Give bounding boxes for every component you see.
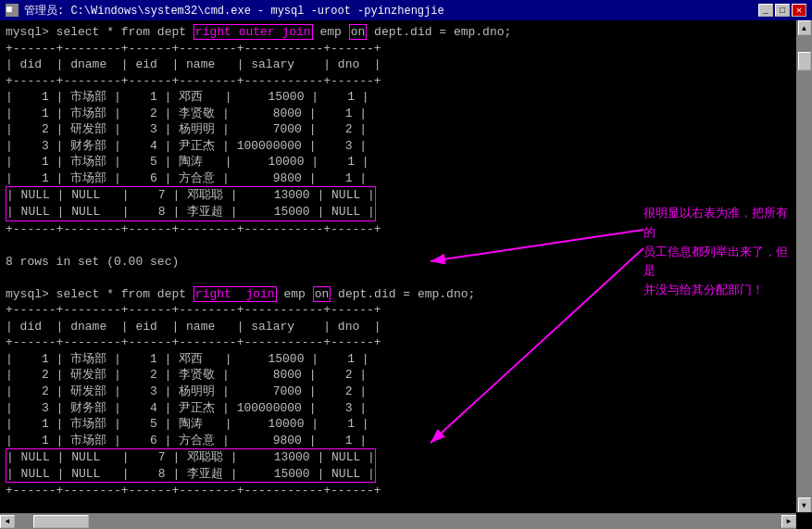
null-row-3: | NULL | NULL | 7 | 邓聪聪 | 13000 | NULL | bbox=[6, 449, 375, 466]
table-header-2: | did | dname | eid | name | salary | dn… bbox=[6, 319, 806, 335]
null-row-2: | NULL | NULL | 8 | 李亚超 | 15000 | NULL | bbox=[6, 204, 375, 220]
null-row-4: | NULL | NULL | 8 | 李亚超 | 15000 | NULL | bbox=[6, 466, 375, 483]
titlebar-icon: ■ bbox=[6, 4, 19, 17]
query1-rest: dept.did = emp.dno; bbox=[367, 25, 511, 39]
scroll-h-thumb[interactable] bbox=[33, 515, 89, 528]
scroll-left-button[interactable]: ◄ bbox=[0, 515, 15, 528]
on2-highlight: on bbox=[313, 286, 331, 302]
table-row: | 1 | 市场部 | 6 | 方合意 | 9800 | 1 | bbox=[6, 170, 806, 187]
table-row: | 1 | 市场部 | 2 | 李贤敬 | 8000 | 1 | bbox=[6, 106, 806, 122]
scroll-thumb[interactable] bbox=[798, 52, 811, 70]
table-separator-6: +------+--------+------+--------+-------… bbox=[6, 483, 806, 499]
titlebar-controls[interactable]: _ □ ✕ bbox=[758, 4, 806, 17]
maximize-button[interactable]: □ bbox=[775, 4, 790, 17]
minimize-button[interactable]: _ bbox=[758, 4, 773, 17]
titlebar-title: 管理员: C:\Windows\system32\cmd.exe - mysql… bbox=[24, 3, 444, 19]
query2-text: select * from dept bbox=[56, 287, 194, 301]
query1-emp: emp bbox=[313, 25, 349, 39]
annotation-text: 很明显以右表为准，把所有的员工信息都列举出来了，但是并没与给其分配部门！ bbox=[643, 204, 792, 300]
table-header-1: | did | dname | eid | name | salary | dn… bbox=[6, 57, 806, 73]
table-row: | 2 | 研发部 | 3 | 杨明明 | 7000 | 2 | bbox=[6, 121, 806, 138]
prompt-1: mysql> bbox=[6, 25, 56, 39]
table-separator-2: +------+--------+------+--------+-------… bbox=[6, 73, 806, 90]
prompt-line-1: mysql> select * from dept right outer jo… bbox=[6, 24, 806, 41]
vertical-scrollbar[interactable]: ▲ ▼ bbox=[796, 20, 812, 512]
table-separator-5: +------+--------+------+--------+-------… bbox=[6, 334, 806, 351]
table-row: | 2 | 研发部 | 2 | 李贤敬 | 8000 | 2 | bbox=[6, 367, 806, 384]
scroll-right-button[interactable]: ► bbox=[781, 515, 796, 528]
right-join-highlight: right join bbox=[194, 286, 277, 302]
on1-highlight: on bbox=[349, 24, 368, 40]
table-row: | 3 | 财务部 | 4 | 尹正杰 | 100000000 | 3 | bbox=[6, 400, 806, 417]
table-separator-1: +------+--------+------+--------+-------… bbox=[6, 41, 806, 57]
blank-2 bbox=[6, 499, 806, 512]
titlebar: ■ 管理员: C:\Windows\system32\cmd.exe - mys… bbox=[0, 0, 812, 20]
table-row: | 1 | 市场部 | 6 | 方合意 | 9800 | 1 | bbox=[6, 433, 806, 449]
table-row: | 1 | 市场部 | 5 | 陶涛 | 10000 | 1 | bbox=[6, 416, 806, 433]
query1-text: select * from dept bbox=[56, 25, 194, 39]
table-row: | 1 | 市场部 | 5 | 陶涛 | 10000 | 1 | bbox=[6, 154, 806, 170]
annotation-content: 很明显以右表为准，把所有的员工信息都列举出来了，但是并没与给其分配部门！ bbox=[643, 206, 788, 296]
table-row: | 3 | 财务部 | 4 | 尹正杰 | 100000000 | 3 | bbox=[6, 138, 806, 155]
titlebar-left: ■ 管理员: C:\Windows\system32\cmd.exe - mys… bbox=[6, 3, 444, 19]
scroll-down-button[interactable]: ▼ bbox=[798, 498, 811, 512]
table-row: | 2 | 研发部 | 3 | 杨明明 | 7000 | 2 | bbox=[6, 384, 806, 400]
horizontal-scrollbar[interactable]: ◄ ► bbox=[0, 513, 796, 529]
prompt-2: mysql> bbox=[6, 287, 56, 301]
table-row: | 1 | 市场部 | 1 | 邓西 | 15000 | 1 | bbox=[6, 351, 806, 368]
table-row: | 1 | 市场部 | 1 | 邓西 | 15000 | 1 | bbox=[6, 89, 806, 106]
query2-rest: dept.did = emp.dno; bbox=[331, 287, 475, 301]
close-button[interactable]: ✕ bbox=[792, 4, 806, 17]
table-separator-4: +------+--------+------+--------+-------… bbox=[6, 302, 806, 319]
null-row-1: | NULL | NULL | 7 | 邓聪聪 | 13000 | NULL | bbox=[6, 187, 375, 204]
query2-emp: emp bbox=[277, 287, 313, 301]
scroll-up-button[interactable]: ▲ bbox=[798, 20, 811, 35]
right-outer-join-highlight: right outer join bbox=[194, 24, 313, 40]
